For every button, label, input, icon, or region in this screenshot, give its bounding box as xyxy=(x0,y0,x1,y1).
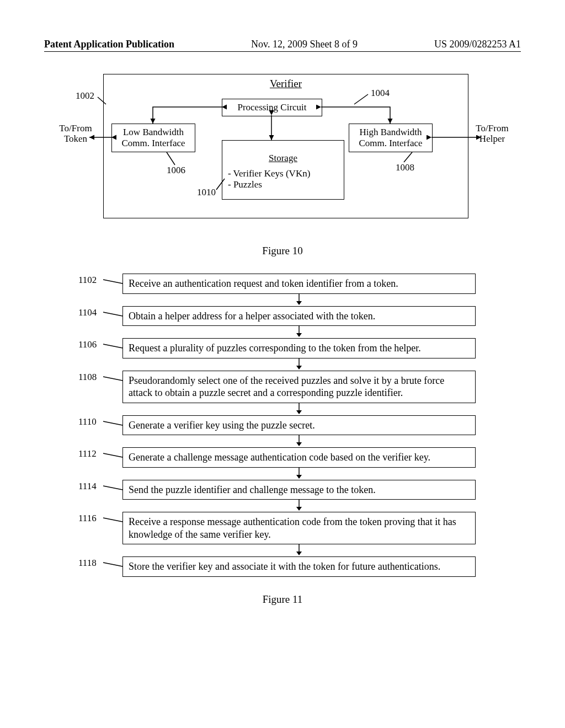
flow-step: 1116Receive a response message authentic… xyxy=(89,512,476,544)
low-bw-l2: Comm. Interface xyxy=(112,138,195,149)
flow-box: Receive an authentication request and to… xyxy=(122,274,476,294)
figure-11-caption: Figure 11 xyxy=(44,593,521,606)
storage-item-1: - Verifier Keys (VKn) xyxy=(228,168,338,179)
flow-ref: 1110 xyxy=(78,416,97,427)
flow-ref: 1112 xyxy=(78,448,97,459)
flow-step: 1112Generate a challenge message authent… xyxy=(89,447,476,468)
svg-line-10 xyxy=(103,312,122,316)
processing-circuit-box: Processing Circuit xyxy=(222,99,322,116)
flow-box: Generate a verifier key using the puzzle… xyxy=(122,415,476,436)
leader-line xyxy=(100,515,134,526)
ref-1010: 1010 xyxy=(197,187,216,198)
leader-line xyxy=(100,341,134,352)
flow-arrow-icon xyxy=(122,544,476,556)
svg-line-14 xyxy=(103,377,122,381)
flow-arrow-icon xyxy=(122,403,476,415)
svg-line-24 xyxy=(103,563,122,566)
flow-ref: 1108 xyxy=(78,372,97,383)
flow-arrow-icon xyxy=(122,326,476,338)
page-header: Patent Application Publication Nov. 12, … xyxy=(44,39,521,52)
header-right: US 2009/0282253 A1 xyxy=(434,39,521,50)
verifier-title: Verifier xyxy=(104,74,468,90)
flow-step: 1114Send the puzzle identifier and chall… xyxy=(89,480,476,500)
high-bw-l2: Comm. Interface xyxy=(349,138,432,149)
svg-line-20 xyxy=(103,486,122,490)
flow-step: 1108Pseudorandomly select one of the rec… xyxy=(89,371,476,403)
flow-arrow-icon xyxy=(122,435,476,447)
leader-line xyxy=(100,451,134,462)
flow-arrow-icon xyxy=(122,294,476,306)
leader-line xyxy=(100,483,134,494)
side-right-l1: To/From xyxy=(470,124,514,134)
flow-arrow-icon xyxy=(122,468,476,480)
svg-line-8 xyxy=(103,280,122,283)
side-left-label: To/From Token xyxy=(54,124,98,144)
flow-ref: 1114 xyxy=(78,481,97,492)
flow-ref: 1118 xyxy=(78,558,97,569)
flow-box: Send the puzzle identifier and challenge… xyxy=(122,480,476,500)
header-center: Nov. 12, 2009 Sheet 8 of 9 xyxy=(251,39,358,50)
storage-item-2: - Puzzles xyxy=(228,179,338,190)
low-bandwidth-box: Low Bandwidth Comm. Interface xyxy=(111,124,195,152)
page: Patent Application Publication Nov. 12, … xyxy=(0,0,565,728)
flow-box: Request a plurality of puzzles correspon… xyxy=(122,338,476,358)
svg-line-18 xyxy=(103,453,122,457)
flow-ref: 1104 xyxy=(78,307,97,318)
ref-1004: 1004 xyxy=(371,88,390,99)
side-left-l2: Token xyxy=(54,134,98,144)
figure-10: Verifier Processing Circuit Low Bandwidt… xyxy=(56,74,509,228)
flow-ref: 1102 xyxy=(78,275,97,286)
flow-box: Pseudorandomly select one of the receive… xyxy=(122,371,476,403)
low-bw-l1: Low Bandwidth xyxy=(112,127,195,138)
processing-circuit-label: Processing Circuit xyxy=(222,102,322,113)
flow-step: 1102Receive an authentication request an… xyxy=(89,274,476,294)
side-right-label: To/From Helper xyxy=(470,124,514,144)
leader-line xyxy=(100,374,134,385)
svg-line-22 xyxy=(103,518,122,522)
ref-1008: 1008 xyxy=(396,162,414,173)
storage-title: Storage xyxy=(228,153,338,164)
flow-step: 1110Generate a verifier key using the pu… xyxy=(89,415,476,436)
leader-line xyxy=(100,277,134,288)
flow-ref: 1116 xyxy=(78,513,97,524)
flow-ref: 1106 xyxy=(78,339,97,350)
high-bw-l1: High Bandwidth xyxy=(349,127,432,138)
flow-box: Receive a response message authenticatio… xyxy=(122,512,476,544)
flow-step: 1106Request a plurality of puzzles corre… xyxy=(89,338,476,358)
flow-arrow-icon xyxy=(122,500,476,512)
side-right-l2: Helper xyxy=(470,134,514,144)
header-left: Patent Application Publication xyxy=(44,39,174,50)
flow-box: Store the verifier key and associate it … xyxy=(122,556,476,577)
high-bandwidth-box: High Bandwidth Comm. Interface xyxy=(349,124,433,152)
side-left-l1: To/From xyxy=(54,124,98,134)
leader-line xyxy=(100,309,134,320)
flow-arrow-icon xyxy=(122,358,476,371)
flow-step: 1118Store the verifier key and associate… xyxy=(89,556,476,577)
ref-1002: 1002 xyxy=(76,90,94,101)
leader-line xyxy=(100,419,134,430)
figure-11: 1102Receive an authentication request an… xyxy=(89,274,476,577)
svg-line-16 xyxy=(103,421,122,425)
svg-line-12 xyxy=(103,344,122,348)
leader-line xyxy=(100,560,134,571)
storage-box: Storage - Verifier Keys (VKn) - Puzzles xyxy=(222,140,344,200)
flow-box: Obtain a helper address for a helper ass… xyxy=(122,306,476,326)
figure-10-caption: Figure 10 xyxy=(44,245,521,257)
flow-step: 1104Obtain a helper address for a helper… xyxy=(89,306,476,326)
flow-box: Generate a challenge message authenticat… xyxy=(122,447,476,468)
ref-1006: 1006 xyxy=(167,165,185,176)
